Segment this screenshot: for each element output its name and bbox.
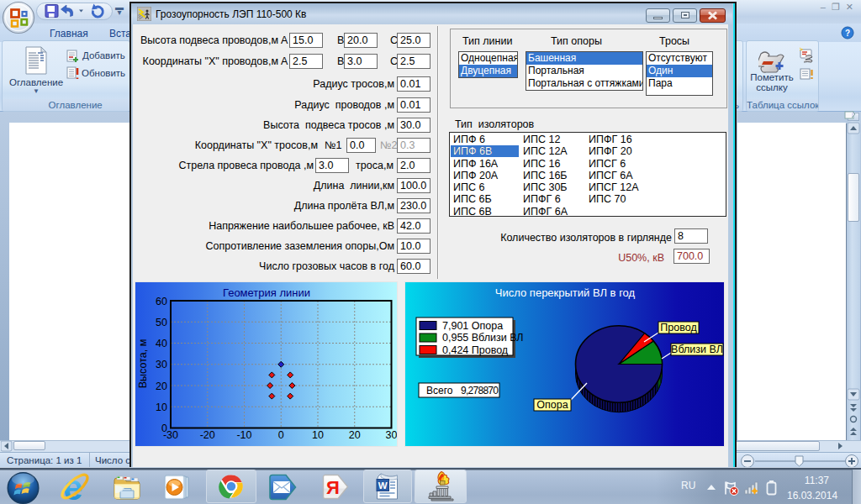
svg-text:-30: -30 (163, 429, 178, 441)
svg-text:Геометрия линии: Геометрия линии (223, 286, 310, 299)
svg-text:-10: -10 (236, 429, 251, 441)
svg-text:Число перекрытий ВЛ в год: Число перекрытий ВЛ в год (495, 286, 636, 299)
svg-text:20: 20 (349, 429, 361, 441)
svg-text:Высота, м: Высота, м (137, 339, 149, 388)
svg-text:10: 10 (156, 402, 167, 413)
svg-text:9,278870: 9,278870 (461, 385, 499, 396)
svg-text:Вблизи ВЛ: Вблизи ВЛ (671, 344, 723, 355)
svg-text:30: 30 (386, 429, 397, 441)
svg-text:?: ? (845, 29, 850, 38)
svg-text:Всего: Всего (426, 385, 453, 396)
svg-text:Провод: Провод (660, 322, 697, 333)
svg-text:10: 10 (312, 429, 324, 441)
svg-text:30: 30 (156, 359, 167, 370)
svg-text:20: 20 (156, 381, 167, 392)
svg-text:0,424 Провод: 0,424 Провод (442, 344, 509, 356)
svg-text:60: 60 (156, 296, 167, 307)
svg-text:W: W (378, 480, 388, 491)
svg-text:Я: Я (326, 477, 340, 498)
svg-text:0,955 Вблизи ВЛ: 0,955 Вблизи ВЛ (442, 332, 524, 344)
svg-text:Опора: Опора (536, 399, 568, 411)
svg-text:7,901 Опора: 7,901 Опора (442, 320, 503, 332)
svg-text:50: 50 (156, 317, 167, 328)
svg-text:0: 0 (278, 429, 284, 441)
svg-text:40: 40 (156, 338, 167, 349)
svg-text:-20: -20 (200, 429, 215, 441)
